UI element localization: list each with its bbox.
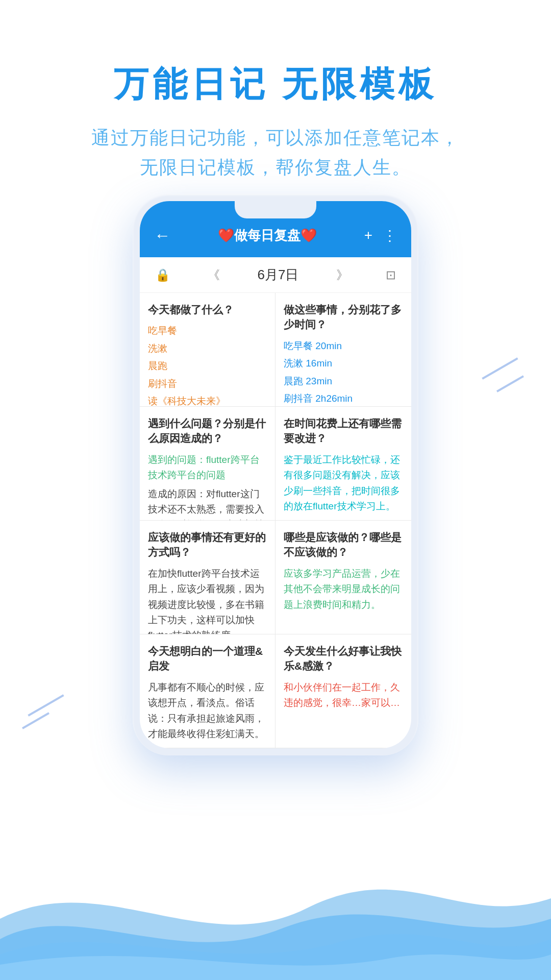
grid-cell-2: 做这些事情，分别花了多少时间？ 吃早餐 20min 洗漱 16min 晨跑 23… <box>276 293 411 407</box>
camera-icon[interactable]: ⊡ <box>386 268 396 282</box>
bottom-wave <box>0 827 551 980</box>
cell-4-header: 在时间花费上还有哪些需要改进？ <box>284 416 403 446</box>
sub-title-line2: 无限日记模板，帮你复盘人生。 <box>0 153 551 182</box>
cell-3-content: 遇到的问题：flutter跨平台技术跨平台的问题 造成的原因：对flutter这… <box>148 452 267 521</box>
next-date-button[interactable]: 》 <box>336 267 348 283</box>
grid-cell-3: 遇到什么问题？分别是什么原因造成的？ 遇到的问题：flutter跨平台技术跨平台… <box>140 407 276 521</box>
grid-cell-8: 今天发生什么好事让我快乐&感激？ 和小伙伴们在一起工作，久违的感觉，很幸…家可以… <box>276 634 411 748</box>
phone-action-buttons: + ⋮ <box>364 227 397 244</box>
grid-cell-7: 今天想明白的一个道理&启发 凡事都有不顺心的时候，应该想开点，看淡点。俗话说：只… <box>140 634 276 748</box>
prev-date-button[interactable]: 《 <box>208 267 220 283</box>
cell-1-header: 今天都做了什么？ <box>148 302 267 317</box>
phone-mockup: ← ❤️做每日复盘❤️ + ⋮ 🔒 《 6月7日 》 ⊡ 今天都做了什么？ <box>133 194 418 755</box>
cell-5-content: 在加快flutter跨平台技术运用上，应该少看视频，因为视频进度比较慢，多在书籍… <box>148 566 267 634</box>
cell-1-content: 吃早餐 洗漱 晨跑 刷抖音 读《科技大未来》 帮同事处理工作的问题 处理QQ群和… <box>148 323 267 407</box>
header-section: 万能日记 无限模板 通过万能日记功能，可以添加任意笔记本， 无限日记模板，帮你复… <box>0 61 551 182</box>
grid-cell-6: 哪些是应该做的？哪些是不应该做的？ 应该多学习产品运营，少在其他不会带来明显成长… <box>276 521 411 634</box>
cell-6-content: 应该多学习产品运营，少在其他不会带来明显成长的问题上浪费时间和精力。 <box>284 566 403 612</box>
phone-notch <box>235 201 316 218</box>
add-button[interactable]: + <box>364 227 372 244</box>
sub-title-line1: 通过万能日记功能，可以添加任意笔记本， <box>0 123 551 153</box>
main-title: 万能日记 无限模板 <box>0 61 551 108</box>
cell-8-content: 和小伙伴们在一起工作，久违的感觉，很幸…家可以… <box>284 680 403 711</box>
grid-cell-5: 应该做的事情还有更好的方式吗？ 在加快flutter跨平台技术运用上，应该少看视… <box>140 521 276 634</box>
cell-4-content: 鉴于最近工作比较忙碌，还有很多问题没有解决，应该少刷一些抖音，把时间很多的放在f… <box>284 452 403 514</box>
cell-7-header: 今天想明白的一个道理&启发 <box>148 644 267 674</box>
menu-button[interactable]: ⋮ <box>383 227 397 244</box>
grid-cell-1: 今天都做了什么？ 吃早餐 洗漱 晨跑 刷抖音 读《科技大未来》 帮同事处理工作的… <box>140 293 276 407</box>
cell-7-content: 凡事都有不顺心的时候，应该想开点，看淡点。俗话说：只有承担起旅途风雨，才能最终收… <box>148 680 267 742</box>
phone-inner: ← ❤️做每日复盘❤️ + ⋮ 🔒 《 6月7日 》 ⊡ 今天都做了什么？ <box>140 201 411 748</box>
current-date: 6月7日 <box>258 266 299 284</box>
cell-3-header: 遇到什么问题？分别是什么原因造成的？ <box>148 416 267 446</box>
cell-2-content: 吃早餐 20min 洗漱 16min 晨跑 23min 刷抖音 2h26min … <box>284 338 403 407</box>
lock-icon[interactable]: 🔒 <box>155 268 170 282</box>
cell-5-header: 应该做的事情还有更好的方式吗？ <box>148 530 267 560</box>
grid-cell-4: 在时间花费上还有哪些需要改进？ 鉴于最近工作比较忙碌，还有很多问题没有解决，应该… <box>276 407 411 521</box>
back-button[interactable]: ← <box>154 226 170 245</box>
cell-6-header: 哪些是应该做的？哪些是不应该做的？ <box>284 530 403 560</box>
journal-content-grid: 今天都做了什么？ 吃早餐 洗漱 晨跑 刷抖音 读《科技大未来》 帮同事处理工作的… <box>140 293 411 748</box>
cell-2-header: 做这些事情，分别花了多少时间？ <box>284 302 403 332</box>
phone-screen-title: ❤️做每日复盘❤️ <box>170 227 364 244</box>
sub-title: 通过万能日记功能，可以添加任意笔记本， 无限日记模板，帮你复盘人生。 <box>0 123 551 182</box>
date-navigation: 🔒 《 6月7日 》 ⊡ <box>140 257 411 293</box>
phone-outer: ← ❤️做每日复盘❤️ + ⋮ 🔒 《 6月7日 》 ⊡ 今天都做了什么？ <box>133 194 418 755</box>
cell-8-header: 今天发生什么好事让我快乐&感激？ <box>284 644 403 674</box>
phone-topbar: ← ❤️做每日复盘❤️ + ⋮ <box>140 201 411 257</box>
